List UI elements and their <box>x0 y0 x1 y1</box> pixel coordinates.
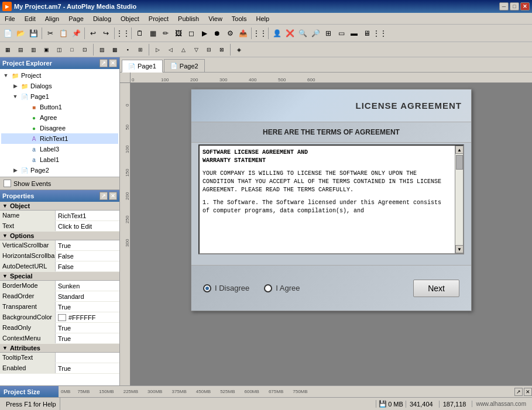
tb2-15[interactable]: ▽ <box>190 43 202 56</box>
tb-user2[interactable]: ❌ <box>283 27 296 40</box>
tb-paste[interactable]: 📌 <box>70 27 83 40</box>
tb2-14[interactable]: △ <box>177 43 190 56</box>
tb-redo[interactable]: ↪ <box>99 27 112 40</box>
richtext-box[interactable]: SOFTWARE LICENSE AGREEMENT AND WARRANTY … <box>198 144 464 254</box>
prop-val-name[interactable]: RichText1 <box>56 211 119 220</box>
tree-item-label1[interactable]: ▶ a Label1 <box>1 154 118 165</box>
tb-more2[interactable]: ⋮⋮ <box>253 27 266 40</box>
tb-zoom1[interactable]: 🔍 <box>296 27 309 40</box>
tb2-10[interactable]: ▪ <box>121 43 134 56</box>
prop-val-text[interactable]: Click to Edit <box>56 221 119 231</box>
expand-dialogs[interactable]: ▶ <box>11 81 20 91</box>
tb2-18[interactable]: ◈ <box>232 43 245 56</box>
tab-page1[interactable]: 📄 Page1 <box>122 60 163 73</box>
menu-publish[interactable]: Publish <box>173 14 204 23</box>
prop-val-autourl[interactable]: False <box>56 261 119 271</box>
canvas-scroll-area[interactable]: LICENSE AGREEMENT HERE ARE THE TERMS OF … <box>131 83 532 385</box>
expand-project[interactable]: ▼ <box>1 71 11 80</box>
panel-close-btn[interactable]: ✕ <box>109 59 117 67</box>
show-events-checkbox[interactable] <box>4 180 11 187</box>
prop-val-transparent[interactable]: True <box>56 302 119 312</box>
tb-panel1[interactable]: ▭ <box>335 27 348 40</box>
tb-zoom2[interactable]: 🔎 <box>309 27 322 40</box>
menu-file[interactable]: File <box>0 14 20 23</box>
scroll-thumb[interactable] <box>456 155 463 170</box>
prop-val-enabled[interactable]: True <box>56 363 119 373</box>
tb2-8[interactable]: ▨ <box>95 43 108 56</box>
menu-project[interactable]: Project <box>144 14 173 23</box>
scroll-down-btn[interactable]: ▼ <box>455 245 464 253</box>
tb2-2[interactable]: ▤ <box>14 43 27 56</box>
radio-disagree-circle[interactable] <box>203 284 211 292</box>
menu-page[interactable]: Page <box>64 14 88 23</box>
tb-publish[interactable]: 📤 <box>236 27 249 40</box>
menu-tools[interactable]: Tools <box>227 14 252 23</box>
tb2-7[interactable]: ⊡ <box>78 43 91 56</box>
tb2-9[interactable]: ▩ <box>108 43 121 56</box>
radio-agree[interactable]: I Agree <box>264 284 300 292</box>
prop-val-readorder[interactable]: Standard <box>56 291 119 301</box>
tree-item-project[interactable]: ▼ 📁 Project <box>1 70 118 81</box>
tb-cut[interactable]: ✂ <box>44 27 57 40</box>
tb2-17[interactable]: ⊠ <box>215 43 228 56</box>
tb-user1[interactable]: 👤 <box>270 27 283 40</box>
next-button[interactable]: Next <box>413 280 459 297</box>
tb-copy[interactable]: 📋 <box>57 27 70 40</box>
menu-dialog[interactable]: Dialog <box>88 14 116 23</box>
restore-button[interactable]: □ <box>510 2 519 11</box>
titlebar-buttons[interactable]: ─ □ ✕ <box>499 2 530 11</box>
prop-section-object[interactable]: ▼ Object <box>0 202 119 211</box>
tb-panel2[interactable]: ▬ <box>348 27 361 40</box>
tb2-11[interactable]: ⊞ <box>134 43 147 56</box>
tree-item-richtext1[interactable]: ▶ A RichText1 <box>1 133 118 144</box>
tb2-6[interactable]: □ <box>66 43 78 56</box>
tree-item-dialogs[interactable]: ▶ 📁 Dialogs <box>1 81 118 91</box>
tb-layout[interactable]: ▦ <box>146 27 159 40</box>
menu-help[interactable]: Help <box>252 14 274 23</box>
tb-undo[interactable]: ↩ <box>87 27 99 40</box>
expand-page1[interactable]: ▼ <box>11 92 20 101</box>
richtext-scrollbar[interactable]: ▲ ▼ <box>455 146 463 253</box>
properties-close-btn[interactable]: ✕ <box>109 192 117 200</box>
minimize-button[interactable]: ─ <box>499 2 509 11</box>
prop-val-bgcolor[interactable]: #FFFFFF <box>56 312 119 322</box>
scroll-track[interactable] <box>455 154 463 245</box>
prop-val-tooltip[interactable] <box>56 353 119 363</box>
tb2-4[interactable]: ▣ <box>40 43 53 56</box>
prop-section-options[interactable]: ▼ Options <box>0 232 119 240</box>
tree-item-label3[interactable]: ▶ a Label3 <box>1 144 118 154</box>
tree-item-agree[interactable]: ▶ ● Agree <box>1 112 118 123</box>
tb-page[interactable]: 🗒 <box>133 27 146 40</box>
expand-page2[interactable]: ▶ <box>11 166 20 175</box>
radio-agree-circle[interactable] <box>264 284 272 292</box>
tree-item-page2[interactable]: ▶ 📄 Page2 <box>1 165 118 175</box>
tb-save[interactable]: 💾 <box>27 27 40 40</box>
prop-val-vscroll[interactable]: True <box>56 240 119 250</box>
menu-object[interactable]: Object <box>116 14 144 23</box>
close-button[interactable]: ✕ <box>520 2 530 11</box>
tree-item-button1[interactable]: ▶ ■ Button1 <box>1 102 118 112</box>
prop-val-contextmenu[interactable]: True <box>56 333 119 343</box>
projsize-close-btn[interactable]: ✕ <box>524 388 532 396</box>
menu-view[interactable]: View <box>204 14 227 23</box>
tb2-3[interactable]: ▥ <box>27 43 40 56</box>
projsize-float-btn[interactable]: ↗ <box>514 388 523 396</box>
scroll-up-btn[interactable]: ▲ <box>455 146 464 154</box>
prop-val-border[interactable]: Sunken <box>56 281 119 291</box>
tb2-5[interactable]: ◫ <box>53 43 66 56</box>
properties-float-btn[interactable]: ↗ <box>99 192 108 200</box>
tb-media[interactable]: ▶ <box>198 27 211 40</box>
tb-run[interactable]: ⚙ <box>224 27 236 40</box>
tb-more3[interactable]: ⋮⋮ <box>373 27 386 40</box>
menu-align[interactable]: Align <box>40 14 64 23</box>
prop-section-attributes[interactable]: ▼ Attributes <box>0 344 119 353</box>
tb-open[interactable]: 📂 <box>14 27 27 40</box>
tb2-13[interactable]: ◁ <box>164 43 177 56</box>
tb2-12[interactable]: ▷ <box>151 43 164 56</box>
tb-image[interactable]: 🖼 <box>172 27 185 40</box>
tb-new[interactable]: 📄 <box>1 27 14 40</box>
tb-edit[interactable]: ✏ <box>159 27 172 40</box>
tree-item-disagree[interactable]: ▶ ● Disagree <box>1 123 118 133</box>
tree-item-page1[interactable]: ▼ 📄 Page1 <box>1 91 118 102</box>
radio-disagree[interactable]: I Disagree <box>203 284 249 292</box>
